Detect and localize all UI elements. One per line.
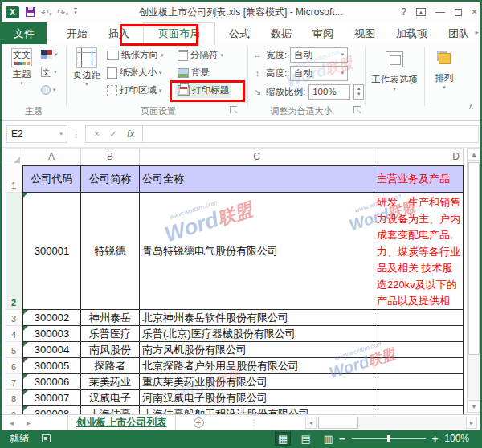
cell-c6[interactable]: 北京探路者户外用品股份有限公司 [140, 358, 374, 374]
cell-a5[interactable]: 300004 [22, 342, 81, 358]
formula-input[interactable] [143, 125, 479, 143]
ribbon-display-options-icon[interactable]: ▲ [416, 8, 426, 16]
row-header-7[interactable]: 7 [6, 374, 22, 390]
excel-app-icon[interactable]: X [6, 6, 19, 18]
select-all-corner[interactable] [6, 148, 22, 165]
cell-d2[interactable]: 研发、生产和销售力设备为主、户内成套变配电产品,力、煤炭等各行业品及相关 技术服… [374, 193, 464, 310]
row-header-9[interactable]: 9 [6, 406, 22, 414]
cell-a7[interactable]: 300006 [22, 374, 81, 390]
cell-b2[interactable]: 特锐德 [81, 193, 140, 310]
new-sheet-icon[interactable]: + [194, 417, 204, 428]
cell-b7[interactable]: 莱美药业 [81, 374, 140, 390]
row-header-4[interactable]: 4 [6, 326, 22, 342]
cell-b4[interactable]: 乐普医疗 [81, 326, 140, 342]
cell-c2[interactable]: 青岛特锐德电气股份有限公司 [140, 193, 374, 310]
close-button[interactable]: × [472, 6, 477, 18]
page-layout-view-icon[interactable]: ▤ [298, 433, 312, 445]
cell-b3[interactable]: 神州泰岳 [81, 310, 140, 326]
row-header-2[interactable]: 2 [6, 193, 22, 310]
vertical-scrollbar[interactable]: ▲ ▼ [467, 148, 480, 413]
tab-formulas[interactable]: 公式 [219, 22, 260, 44]
cell-d6[interactable] [374, 358, 464, 374]
sheet-prev-icon[interactable]: ◂ [10, 418, 14, 427]
scroll-up-icon[interactable]: ▲ [468, 148, 480, 161]
redo-button[interactable]: ↷▾ [58, 5, 69, 19]
cell-b6[interactable]: 探路者 [81, 358, 140, 374]
help-button[interactable]: ? [401, 6, 406, 18]
tab-scroll-right-icon[interactable]: ▸ [475, 28, 479, 36]
cell-b1[interactable]: 公司简称 [81, 165, 140, 193]
zoom-out-icon[interactable]: − [339, 433, 345, 445]
column-header-b[interactable]: B [81, 148, 140, 165]
column-header-a[interactable]: A [22, 148, 81, 165]
page-setup-dialog-launcher[interactable] [230, 106, 237, 113]
breaks-button[interactable]: 分隔符▾ [175, 47, 231, 63]
cell-c8[interactable]: 河南汉威电子股份有限公司 [140, 390, 374, 406]
normal-view-icon[interactable]: ▦ [276, 433, 290, 445]
cell-c1[interactable]: 公司全称 [140, 165, 374, 193]
horizontal-scrollbar[interactable]: ◂ ▸ [305, 417, 477, 429]
tab-file[interactable]: 文件 [2, 22, 47, 44]
tab-data[interactable]: 数据 [260, 22, 302, 44]
width-combo[interactable]: 自动▾ [290, 47, 348, 63]
macro-record-icon[interactable] [42, 434, 51, 442]
page-break-view-icon[interactable]: ▥ [321, 433, 336, 445]
paper-size-button[interactable]: 纸张大小▾ [104, 65, 166, 80]
cell-d9[interactable] [374, 406, 464, 414]
cell-d5[interactable] [374, 342, 464, 358]
row-header-6[interactable]: 6 [6, 358, 22, 374]
maximize-button[interactable] [455, 9, 462, 16]
print-titles-button[interactable]: 打印标题 [175, 83, 231, 98]
tab-view[interactable]: 视图 [344, 22, 386, 44]
margins-button[interactable]: 页边距 ▾ [71, 47, 103, 104]
cell-d3[interactable] [374, 310, 464, 326]
row-header-8[interactable]: 8 [6, 390, 22, 406]
column-header-d[interactable]: D [374, 148, 464, 165]
insert-function-icon[interactable]: fx [127, 128, 134, 140]
scroll-left-icon[interactable]: ◂ [305, 417, 317, 429]
cell-a8[interactable]: 300007 [22, 390, 81, 406]
vertical-scroll-thumb[interactable] [468, 162, 480, 355]
sheet-options-button[interactable]: 工作表选项 ▾ [368, 47, 421, 104]
cancel-icon[interactable]: × [94, 128, 100, 140]
cell-b9[interactable]: 上海佳豪 [81, 406, 140, 414]
undo-button[interactable]: ↶▾ [41, 5, 52, 19]
cell-c5[interactable]: 南方风机股份有限公司 [140, 342, 374, 358]
tab-splitter[interactable]: ⋮ [251, 418, 259, 427]
cell-a2[interactable]: 300001 [22, 193, 81, 310]
tab-addins[interactable]: 加载项 [386, 22, 438, 44]
zoom-in-icon[interactable]: + [432, 433, 439, 445]
collapse-ribbon-icon[interactable]: ∧ [468, 102, 474, 111]
cell-d7[interactable] [374, 374, 464, 390]
zoom-slider-thumb[interactable] [387, 435, 390, 442]
name-box[interactable]: E2▾ [6, 125, 67, 143]
cell-c9[interactable]: 上海佳豪船舶工程设计股份有限公司 [140, 406, 374, 414]
cell-a1[interactable]: 公司代码 [22, 165, 81, 193]
scale-dialog-launcher[interactable] [353, 106, 361, 113]
row-header-5[interactable]: 5 [6, 342, 22, 358]
tab-home[interactable]: 开始 [56, 22, 98, 44]
orientation-button[interactable]: 纸张方向▾ [104, 47, 166, 63]
background-button[interactable]: 背景 [175, 65, 231, 80]
sheet-next-icon[interactable]: ▸ [27, 418, 31, 427]
scroll-down-icon[interactable]: ▼ [468, 400, 480, 413]
minimize-button[interactable]: — [435, 6, 445, 18]
enter-icon[interactable]: ✓ [109, 128, 117, 140]
tab-team[interactable]: 团队 [438, 22, 480, 44]
theme-colors-button[interactable]: ▾ [39, 47, 60, 62]
cell-d1[interactable]: 主营业务及产品 [374, 165, 464, 193]
column-header-c[interactable]: C [140, 148, 374, 165]
scale-value-box[interactable]: 100% [308, 84, 350, 100]
height-combo[interactable]: 自动▾ [290, 66, 348, 81]
tab-insert[interactable]: 插入 [98, 22, 140, 44]
scale-spinner[interactable]: ▲▼ [353, 84, 364, 100]
print-area-button[interactable]: 打印区域▾ [104, 83, 166, 98]
cell-c4[interactable]: 乐普(北京)医疗器械股份有限公司 [140, 326, 374, 342]
cell-a6[interactable]: 300005 [22, 358, 81, 374]
theme-effects-button[interactable]: ▾ [39, 82, 60, 97]
cell-a4[interactable]: 300003 [22, 326, 81, 342]
zoom-slider[interactable] [352, 438, 426, 439]
cell-d8[interactable] [374, 390, 464, 406]
cell-a3[interactable]: 300002 [22, 310, 81, 326]
zoom-percent-label[interactable]: 100% [444, 433, 469, 444]
